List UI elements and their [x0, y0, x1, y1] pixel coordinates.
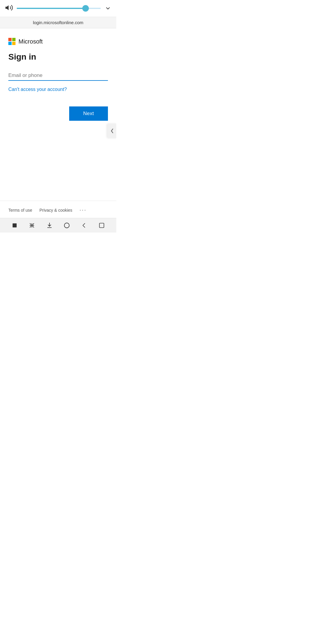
android-nav-bar	[0, 218, 116, 233]
home-icon[interactable]	[63, 221, 71, 230]
recent-apps-icon[interactable]	[97, 221, 106, 230]
next-button[interactable]: Next	[69, 106, 108, 121]
terms-of-use-link[interactable]: Terms of use	[8, 208, 32, 213]
url-text: login.microsoftonline.com	[33, 20, 83, 25]
svg-rect-1	[13, 223, 17, 227]
back-icon[interactable]	[80, 221, 88, 230]
svg-marker-0	[5, 5, 8, 10]
spacer	[0, 164, 116, 201]
microsoft-logo-grid	[8, 38, 16, 45]
email-input[interactable]	[8, 70, 108, 81]
svg-line-5	[33, 224, 34, 225]
volume-bar	[0, 0, 116, 17]
sign-in-title: Sign in	[8, 52, 108, 62]
svg-line-6	[30, 226, 31, 227]
logo-green	[12, 38, 16, 41]
stop-icon[interactable]	[10, 221, 19, 230]
svg-point-10	[64, 223, 69, 228]
volume-slider[interactable]	[17, 8, 101, 9]
url-bar[interactable]: login.microsoftonline.com	[0, 17, 116, 28]
chevron-down-icon[interactable]	[104, 5, 112, 12]
email-input-container	[8, 70, 108, 81]
logo-blue	[8, 42, 12, 45]
download-icon[interactable]	[45, 221, 54, 230]
microsoft-name: Microsoft	[18, 38, 43, 45]
svg-line-7	[33, 226, 34, 227]
svg-line-4	[30, 224, 31, 225]
logo-yellow	[12, 42, 16, 45]
next-button-container: Next	[8, 106, 108, 121]
svg-rect-11	[99, 223, 104, 228]
privacy-cookies-link[interactable]: Privacy & cookies	[39, 208, 72, 213]
browser-back-arrow[interactable]	[107, 124, 116, 138]
fullscreen-icon[interactable]	[28, 221, 36, 230]
footer: Terms of use Privacy & cookies ···	[0, 201, 116, 218]
logo-red	[8, 38, 12, 41]
main-content: Microsoft Sign in Can't access your acco…	[0, 28, 116, 164]
microsoft-logo: Microsoft	[8, 38, 108, 45]
cant-access-link[interactable]: Can't access your account?	[8, 87, 67, 92]
more-options-link[interactable]: ···	[80, 207, 87, 213]
volume-icon	[5, 4, 13, 13]
